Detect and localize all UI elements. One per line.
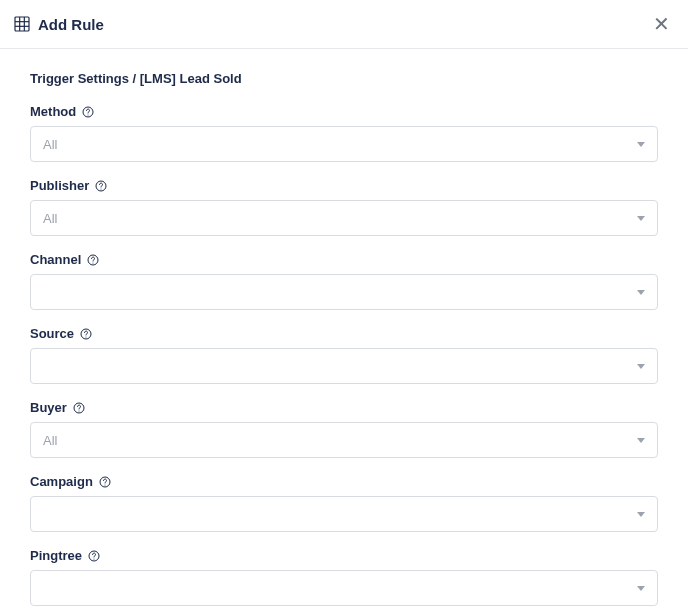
chevron-down-icon (637, 142, 645, 147)
field-label: Source (30, 326, 74, 341)
modal-title: Add Rule (38, 16, 104, 33)
help-icon[interactable] (80, 328, 92, 340)
label-row: Buyer (30, 400, 658, 415)
svg-point-18 (94, 558, 95, 559)
modal-body: Trigger Settings / [LMS] Lead Sold Metho… (0, 49, 688, 608)
label-row: Campaign (30, 474, 658, 489)
chevron-down-icon (637, 512, 645, 517)
label-row: Method (30, 104, 658, 119)
field-channel: Channel (30, 252, 658, 310)
field-label: Campaign (30, 474, 93, 489)
buyer-select[interactable]: All (30, 422, 658, 458)
help-icon[interactable] (87, 254, 99, 266)
field-label: Publisher (30, 178, 89, 193)
chevron-down-icon (637, 290, 645, 295)
chevron-down-icon (637, 364, 645, 369)
svg-point-8 (101, 188, 102, 189)
help-icon[interactable] (99, 476, 111, 488)
field-label: Buyer (30, 400, 67, 415)
close-button[interactable]: ✕ (651, 14, 672, 34)
method-select[interactable]: All (30, 126, 658, 162)
publisher-select[interactable]: All (30, 200, 658, 236)
grid-icon (14, 16, 30, 32)
chevron-down-icon (637, 438, 645, 443)
svg-point-10 (93, 262, 94, 263)
label-row: Pingtree (30, 548, 658, 563)
field-method: Method All (30, 104, 658, 162)
field-source: Source (30, 326, 658, 384)
help-icon[interactable] (88, 550, 100, 562)
select-value: All (43, 137, 57, 152)
field-label: Pingtree (30, 548, 82, 563)
source-select[interactable] (30, 348, 658, 384)
field-campaign: Campaign (30, 474, 658, 532)
label-row: Channel (30, 252, 658, 267)
field-pingtree: Pingtree (30, 548, 658, 606)
modal-header: Add Rule ✕ (0, 0, 688, 49)
select-value: All (43, 433, 57, 448)
help-icon[interactable] (73, 402, 85, 414)
svg-rect-0 (15, 17, 29, 31)
svg-point-16 (104, 484, 105, 485)
close-icon: ✕ (653, 13, 670, 35)
help-icon[interactable] (82, 106, 94, 118)
label-row: Source (30, 326, 658, 341)
field-label: Method (30, 104, 76, 119)
svg-point-12 (86, 336, 87, 337)
pingtree-select[interactable] (30, 570, 658, 606)
field-label: Channel (30, 252, 81, 267)
chevron-down-icon (637, 586, 645, 591)
help-icon[interactable] (95, 180, 107, 192)
breadcrumb: Trigger Settings / [LMS] Lead Sold (30, 71, 658, 86)
select-value: All (43, 211, 57, 226)
modal-title-wrap: Add Rule (14, 16, 104, 33)
campaign-select[interactable] (30, 496, 658, 532)
svg-point-6 (88, 114, 89, 115)
field-publisher: Publisher All (30, 178, 658, 236)
channel-select[interactable] (30, 274, 658, 310)
label-row: Publisher (30, 178, 658, 193)
svg-point-14 (78, 410, 79, 411)
field-buyer: Buyer All (30, 400, 658, 458)
chevron-down-icon (637, 216, 645, 221)
